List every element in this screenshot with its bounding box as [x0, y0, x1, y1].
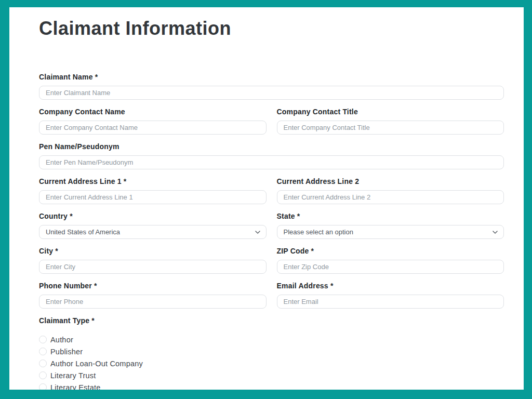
address-line-1-input[interactable]: [39, 190, 267, 204]
field-address-line-1: Current Address Line 1 *: [39, 177, 267, 204]
address-line-1-label: Current Address Line 1 *: [39, 177, 267, 186]
radio-option-literary-trust[interactable]: Literary Trust: [39, 369, 504, 381]
claimant-name-label: Claimant Name *: [39, 72, 504, 82]
address-line-2-label: Current Address Line 2: [277, 177, 504, 186]
chevron-down-icon: [492, 229, 498, 235]
state-label: State *: [277, 211, 504, 221]
zip-code-label: ZIP Code *: [277, 246, 504, 256]
form-row: Claimant Name *: [39, 72, 504, 100]
radio-option-label: Literary Estate: [50, 383, 101, 390]
claimant-information-panel: Claimant Information Claimant Name * Com…: [9, 7, 524, 390]
form-row: Current Address Line 1 * Current Address…: [39, 177, 504, 204]
state-select-value: Please select an option: [284, 228, 353, 236]
city-input[interactable]: [39, 260, 267, 274]
country-select[interactable]: United States of America: [39, 225, 267, 239]
field-company-contact-title: Company Contact Title: [277, 107, 504, 135]
company-contact-title-label: Company Contact Title: [277, 107, 504, 116]
company-contact-title-input[interactable]: [277, 121, 504, 135]
country-select-value: United States of America: [46, 228, 120, 236]
zip-code-input[interactable]: [277, 260, 504, 274]
field-phone-number: Phone Number *: [39, 281, 267, 309]
page-title: Claimant Information: [39, 17, 504, 40]
phone-number-label: Phone Number *: [39, 281, 267, 290]
claimant-type-label: Claimant Type *: [39, 316, 504, 325]
radio-option-label: Author: [50, 336, 73, 344]
state-select[interactable]: Please select an option: [277, 225, 504, 239]
form-row: Country * United States of America State…: [39, 211, 504, 239]
phone-number-input[interactable]: [39, 295, 267, 309]
field-pen-name: Pen Name/Pseudonym: [39, 142, 504, 169]
radio-circle-icon: [39, 336, 47, 343]
claimant-form: Claimant Name * Company Contact Name Com…: [39, 72, 504, 390]
pen-name-label: Pen Name/Pseudonym: [39, 142, 504, 151]
claimant-type-group: Claimant Type * Author Publisher Author …: [39, 316, 504, 390]
company-contact-name-input[interactable]: [39, 121, 267, 135]
field-country: Country * United States of America: [39, 211, 267, 239]
city-label: City *: [39, 246, 267, 256]
address-line-2-input[interactable]: [277, 190, 504, 204]
form-row: Pen Name/Pseudonym: [39, 142, 504, 169]
field-state: State * Please select an option: [277, 211, 504, 239]
radio-option-label: Literary Trust: [50, 371, 96, 380]
radio-option-publisher[interactable]: Publisher: [39, 345, 504, 357]
company-contact-name-label: Company Contact Name: [39, 107, 267, 116]
form-row: Company Contact Name Company Contact Tit…: [39, 107, 504, 135]
radio-option-label: Author Loan-Out Company: [50, 360, 143, 368]
radio-option-label: Publisher: [50, 348, 83, 356]
field-address-line-2: Current Address Line 2: [277, 177, 504, 204]
email-address-input[interactable]: [277, 295, 504, 309]
radio-circle-icon: [39, 348, 47, 355]
pen-name-input[interactable]: [39, 155, 504, 169]
radio-option-author-loan-out-company[interactable]: Author Loan-Out Company: [39, 357, 504, 369]
chevron-down-icon: [255, 229, 261, 235]
radio-circle-icon: [39, 371, 47, 379]
radio-option-author[interactable]: Author: [39, 334, 504, 345]
field-company-contact-name: Company Contact Name: [39, 107, 267, 135]
field-city: City *: [39, 246, 267, 274]
email-address-label: Email Address *: [277, 281, 504, 290]
claimant-name-input[interactable]: [39, 86, 504, 100]
field-claimant-name: Claimant Name *: [39, 72, 504, 100]
field-zip-code: ZIP Code *: [277, 246, 504, 274]
radio-circle-icon: [39, 383, 47, 390]
country-label: Country *: [39, 211, 267, 221]
radio-circle-icon: [39, 360, 47, 367]
field-email-address: Email Address *: [277, 281, 504, 309]
form-row: Phone Number * Email Address *: [39, 281, 504, 309]
radio-option-literary-estate[interactable]: Literary Estate: [39, 381, 504, 390]
form-row: City * ZIP Code *: [39, 246, 504, 274]
